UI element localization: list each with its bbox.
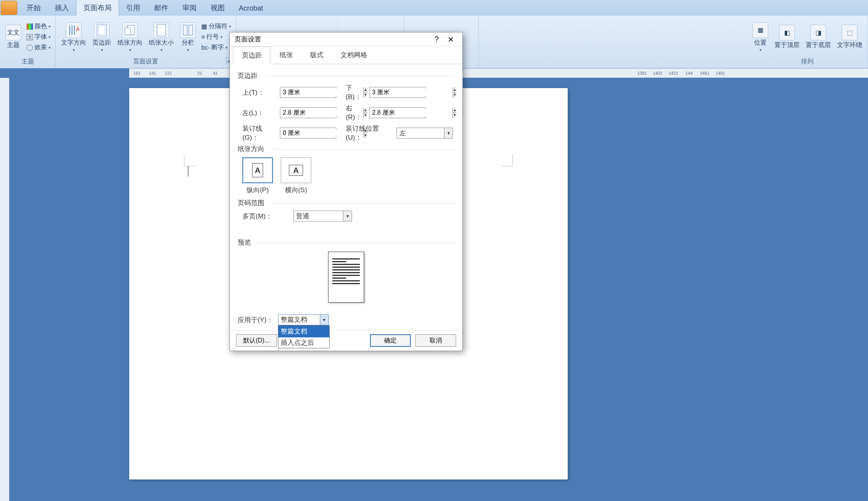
- ruler-tick: 161: [129, 71, 145, 76]
- margins-icon: [94, 22, 110, 38]
- columns-button[interactable]: 分栏▾: [178, 21, 198, 54]
- dtab-paper[interactable]: 纸张: [271, 47, 301, 64]
- group-themes-label: 主题: [3, 57, 52, 67]
- dialog-close-button[interactable]: ✕: [444, 32, 458, 47]
- tab-mailings[interactable]: 邮件: [147, 0, 175, 16]
- spin-down-icon[interactable]: ▼: [453, 113, 457, 118]
- svg-text:A: A: [76, 26, 79, 32]
- line-numbers-button[interactable]: ≡行号▾: [200, 32, 233, 42]
- hyphenation-button[interactable]: bc-断字▾: [200, 43, 233, 52]
- right-margin-input[interactable]: [370, 109, 453, 116]
- dialog-help-button[interactable]: ?: [429, 32, 444, 47]
- dialog-titlebar[interactable]: 页面设置 ? ✕: [230, 32, 462, 47]
- default-button[interactable]: 默认(D)...: [236, 334, 277, 347]
- apply-to-label: 应用于(Y)：: [238, 315, 273, 324]
- bring-front-label: 置于顶层: [774, 41, 799, 49]
- dialog-tabs: 页边距 纸张 版式 文档网格: [230, 47, 462, 64]
- themes-label: 主题: [7, 41, 20, 49]
- send-back-button[interactable]: ◨置于底层: [803, 23, 833, 51]
- chevron-down-icon[interactable]: ▾: [444, 128, 453, 138]
- svg-rect-9: [183, 25, 187, 35]
- left-margin-spinner[interactable]: ▲▼: [280, 107, 336, 118]
- size-label: 纸张大小: [149, 39, 174, 47]
- theme-fonts-button[interactable]: 文字体▾: [25, 32, 52, 42]
- text-direction-button[interactable]: A文字方向▾: [59, 21, 88, 54]
- themes-icon: 文文: [5, 25, 21, 40]
- position-button[interactable]: ▦位置▾: [750, 21, 771, 54]
- section-orientation: 纸张方向: [238, 144, 455, 153]
- theme-effects-label: 效果: [34, 43, 47, 52]
- gutter-pos-combo[interactable]: 左▾: [397, 128, 453, 139]
- portrait-button[interactable]: A 纵向(P): [242, 157, 273, 195]
- themes-button[interactable]: 文文 主题: [3, 23, 23, 51]
- gutter-pos-value: 左: [397, 129, 444, 138]
- ruler-tick: 41: [208, 71, 223, 76]
- position-label: 位置: [754, 39, 767, 47]
- office-button[interactable]: [1, 1, 17, 15]
- ruler-tick: 141: [145, 71, 161, 76]
- page-setup-dialog: 页面设置 ? ✕ 页边距 纸张 版式 文档网格 页边距 上(T)： ▲▼ 下(B…: [229, 32, 463, 351]
- cancel-button[interactable]: 取消: [415, 334, 456, 347]
- orientation-button[interactable]: 纸张方向▾: [115, 21, 145, 54]
- breaks-button[interactable]: ▦分隔符▾: [200, 22, 233, 31]
- dtab-grid[interactable]: 文档网格: [332, 47, 376, 64]
- ruler-tick: 1421: [666, 71, 681, 76]
- ruler-tick: 1461: [697, 71, 713, 76]
- text-direction-icon: A: [66, 22, 81, 38]
- text-wrap-label: 文字环绕: [837, 41, 862, 49]
- text-wrap-button[interactable]: ⬚文字环绕: [835, 23, 864, 51]
- margins-label: 页边距: [92, 39, 111, 47]
- line-numbers-label: 行号: [206, 33, 219, 41]
- bring-front-button[interactable]: ◧置于顶层: [772, 23, 802, 51]
- ruler-tick: 144: [681, 71, 697, 76]
- top-margin-label: 上(T)：: [238, 88, 275, 97]
- tab-page-layout[interactable]: 页面布局: [76, 0, 119, 16]
- ruler-tick: 21: [192, 71, 208, 76]
- gutter-spinner[interactable]: ▲▼: [280, 128, 336, 139]
- group-arrange-label: 排列: [750, 57, 864, 67]
- ruler-tick: 1381: [634, 71, 650, 76]
- tab-references[interactable]: 引用: [119, 0, 147, 16]
- apply-to-combo[interactable]: 整篇文档 ▾ 整篇文档 插入点之后: [278, 314, 329, 325]
- multi-page-combo[interactable]: 普通▾: [293, 211, 352, 222]
- dtab-layout[interactable]: 版式: [301, 47, 332, 64]
- landscape-icon: A: [281, 157, 311, 183]
- landscape-label: 横向(S): [285, 186, 307, 195]
- top-margin-spinner[interactable]: ▲▼: [280, 87, 336, 98]
- right-margin-spinner[interactable]: ▲▼: [369, 107, 426, 118]
- bottom-margin-label: 下(B)：: [341, 83, 365, 101]
- bring-front-icon: ◧: [779, 25, 795, 40]
- ribbon-tabs: 开始 插入 页面布局 引用 邮件 审阅 视图 Acrobat: [0, 0, 868, 16]
- orientation-label: 纸张方向: [117, 39, 143, 47]
- left-margin-label: 左(L)：: [238, 108, 275, 117]
- dtab-margins[interactable]: 页边距: [233, 47, 271, 64]
- tab-acrobat[interactable]: Acrobat: [232, 1, 270, 16]
- tab-home[interactable]: 开始: [20, 0, 48, 16]
- gutter-label: 装订线(G)：: [238, 124, 275, 142]
- size-icon: [153, 22, 169, 38]
- landscape-button[interactable]: A 横向(S): [281, 157, 311, 195]
- apply-option-whole-doc[interactable]: 整篇文档: [278, 326, 329, 337]
- breaks-label: 分隔符: [209, 22, 227, 31]
- spin-down-icon[interactable]: ▼: [453, 92, 457, 97]
- vertical-ruler[interactable]: [0, 78, 9, 501]
- dialog-body: 页边距 上(T)： ▲▼ 下(B)： ▲▼ 左(L)： ▲▼ 右(R)： ▲▼ …: [230, 64, 462, 330]
- theme-effects-button[interactable]: 效果▾: [25, 43, 52, 52]
- bottom-margin-input[interactable]: [370, 89, 453, 96]
- margins-button[interactable]: 页边距▾: [90, 21, 114, 54]
- chevron-down-icon[interactable]: ▾: [320, 315, 328, 325]
- size-button[interactable]: 纸张大小▾: [146, 21, 176, 54]
- bottom-margin-spinner[interactable]: ▲▼: [369, 87, 426, 98]
- tab-view[interactable]: 视图: [204, 0, 232, 16]
- tab-insert[interactable]: 插入: [48, 0, 76, 16]
- apply-option-after-cursor[interactable]: 插入点之后: [278, 337, 329, 348]
- section-preview: 预览: [238, 238, 455, 247]
- svg-rect-10: [189, 25, 193, 35]
- spin-up-icon[interactable]: ▲: [453, 108, 457, 113]
- ok-button[interactable]: 确定: [370, 334, 411, 347]
- theme-colors-button[interactable]: 颜色▾: [25, 22, 52, 31]
- chevron-down-icon[interactable]: ▾: [343, 211, 352, 221]
- tab-review[interactable]: 审阅: [175, 0, 204, 16]
- spin-up-icon[interactable]: ▲: [453, 87, 457, 92]
- gutter-pos-label: 装订线位置(U)：: [341, 124, 392, 142]
